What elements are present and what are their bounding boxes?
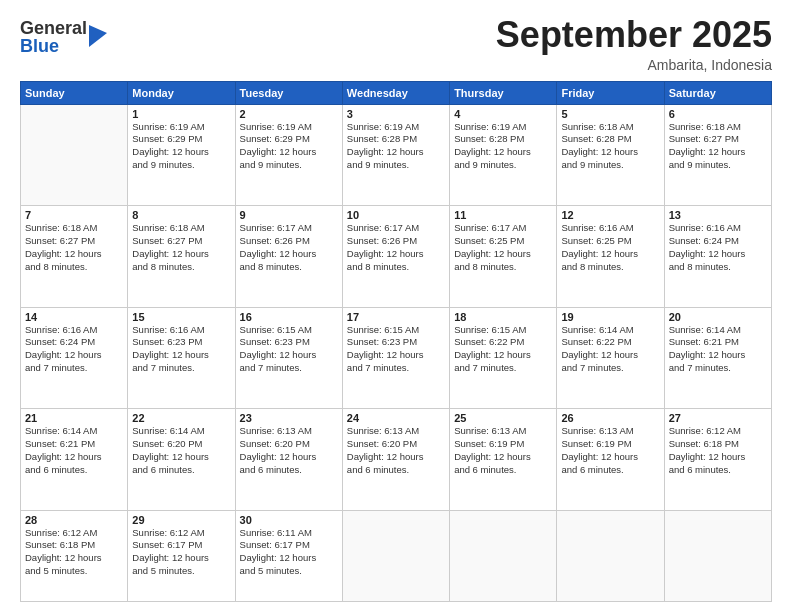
- day-number: 7: [25, 209, 123, 221]
- calendar-cell: 5Sunrise: 6:18 AMSunset: 6:28 PMDaylight…: [557, 104, 664, 206]
- day-number: 15: [132, 311, 230, 323]
- day-info: Sunrise: 6:19 AMSunset: 6:29 PMDaylight:…: [132, 121, 230, 172]
- day-number: 1: [132, 108, 230, 120]
- calendar-cell: 26Sunrise: 6:13 AMSunset: 6:19 PMDayligh…: [557, 409, 664, 511]
- day-header-thursday: Thursday: [450, 81, 557, 104]
- calendar-cell: 11Sunrise: 6:17 AMSunset: 6:25 PMDayligh…: [450, 206, 557, 308]
- calendar-cell: 7Sunrise: 6:18 AMSunset: 6:27 PMDaylight…: [21, 206, 128, 308]
- day-info: Sunrise: 6:17 AMSunset: 6:26 PMDaylight:…: [347, 222, 445, 273]
- day-number: 10: [347, 209, 445, 221]
- location: Ambarita, Indonesia: [496, 57, 772, 73]
- day-number: 3: [347, 108, 445, 120]
- day-info: Sunrise: 6:16 AMSunset: 6:24 PMDaylight:…: [25, 324, 123, 375]
- day-number: 2: [240, 108, 338, 120]
- day-info: Sunrise: 6:19 AMSunset: 6:29 PMDaylight:…: [240, 121, 338, 172]
- day-info: Sunrise: 6:16 AMSunset: 6:24 PMDaylight:…: [669, 222, 767, 273]
- header: General Blue September 2025 Ambarita, In…: [20, 15, 772, 73]
- calendar-cell: 25Sunrise: 6:13 AMSunset: 6:19 PMDayligh…: [450, 409, 557, 511]
- day-info: Sunrise: 6:12 AMSunset: 6:18 PMDaylight:…: [25, 527, 123, 578]
- day-number: 28: [25, 514, 123, 526]
- day-header-friday: Friday: [557, 81, 664, 104]
- day-info: Sunrise: 6:13 AMSunset: 6:20 PMDaylight:…: [240, 425, 338, 476]
- day-info: Sunrise: 6:12 AMSunset: 6:18 PMDaylight:…: [669, 425, 767, 476]
- day-info: Sunrise: 6:19 AMSunset: 6:28 PMDaylight:…: [347, 121, 445, 172]
- day-info: Sunrise: 6:13 AMSunset: 6:20 PMDaylight:…: [347, 425, 445, 476]
- day-number: 21: [25, 412, 123, 424]
- calendar-week-5: 28Sunrise: 6:12 AMSunset: 6:18 PMDayligh…: [21, 510, 772, 601]
- calendar-cell: 23Sunrise: 6:13 AMSunset: 6:20 PMDayligh…: [235, 409, 342, 511]
- calendar-cell: [21, 104, 128, 206]
- day-info: Sunrise: 6:16 AMSunset: 6:23 PMDaylight:…: [132, 324, 230, 375]
- day-info: Sunrise: 6:16 AMSunset: 6:25 PMDaylight:…: [561, 222, 659, 273]
- day-number: 18: [454, 311, 552, 323]
- svg-marker-0: [89, 25, 107, 47]
- day-info: Sunrise: 6:14 AMSunset: 6:20 PMDaylight:…: [132, 425, 230, 476]
- day-number: 22: [132, 412, 230, 424]
- calendar-cell: 21Sunrise: 6:14 AMSunset: 6:21 PMDayligh…: [21, 409, 128, 511]
- calendar-cell: 24Sunrise: 6:13 AMSunset: 6:20 PMDayligh…: [342, 409, 449, 511]
- logo: General Blue: [20, 19, 107, 55]
- day-info: Sunrise: 6:11 AMSunset: 6:17 PMDaylight:…: [240, 527, 338, 578]
- calendar-cell: 12Sunrise: 6:16 AMSunset: 6:25 PMDayligh…: [557, 206, 664, 308]
- day-number: 17: [347, 311, 445, 323]
- day-info: Sunrise: 6:15 AMSunset: 6:23 PMDaylight:…: [240, 324, 338, 375]
- month-title: September 2025: [496, 15, 772, 55]
- calendar-cell: 28Sunrise: 6:12 AMSunset: 6:18 PMDayligh…: [21, 510, 128, 601]
- day-header-tuesday: Tuesday: [235, 81, 342, 104]
- day-number: 14: [25, 311, 123, 323]
- page: General Blue September 2025 Ambarita, In…: [0, 0, 792, 612]
- day-number: 27: [669, 412, 767, 424]
- day-info: Sunrise: 6:14 AMSunset: 6:21 PMDaylight:…: [25, 425, 123, 476]
- day-info: Sunrise: 6:17 AMSunset: 6:25 PMDaylight:…: [454, 222, 552, 273]
- day-number: 9: [240, 209, 338, 221]
- day-info: Sunrise: 6:17 AMSunset: 6:26 PMDaylight:…: [240, 222, 338, 273]
- day-number: 11: [454, 209, 552, 221]
- calendar-cell: 9Sunrise: 6:17 AMSunset: 6:26 PMDaylight…: [235, 206, 342, 308]
- day-info: Sunrise: 6:15 AMSunset: 6:23 PMDaylight:…: [347, 324, 445, 375]
- day-info: Sunrise: 6:12 AMSunset: 6:17 PMDaylight:…: [132, 527, 230, 578]
- calendar-body: 1Sunrise: 6:19 AMSunset: 6:29 PMDaylight…: [21, 104, 772, 601]
- calendar-cell: [342, 510, 449, 601]
- day-number: 4: [454, 108, 552, 120]
- logo-text: General Blue: [20, 19, 87, 55]
- calendar-cell: 22Sunrise: 6:14 AMSunset: 6:20 PMDayligh…: [128, 409, 235, 511]
- calendar-cell: [664, 510, 771, 601]
- day-number: 24: [347, 412, 445, 424]
- days-header-row: SundayMondayTuesdayWednesdayThursdayFrid…: [21, 81, 772, 104]
- day-number: 5: [561, 108, 659, 120]
- calendar-cell: 14Sunrise: 6:16 AMSunset: 6:24 PMDayligh…: [21, 307, 128, 409]
- day-header-saturday: Saturday: [664, 81, 771, 104]
- calendar-week-3: 14Sunrise: 6:16 AMSunset: 6:24 PMDayligh…: [21, 307, 772, 409]
- day-info: Sunrise: 6:19 AMSunset: 6:28 PMDaylight:…: [454, 121, 552, 172]
- calendar-cell: [450, 510, 557, 601]
- day-number: 16: [240, 311, 338, 323]
- calendar-cell: 15Sunrise: 6:16 AMSunset: 6:23 PMDayligh…: [128, 307, 235, 409]
- day-number: 30: [240, 514, 338, 526]
- calendar-cell: 30Sunrise: 6:11 AMSunset: 6:17 PMDayligh…: [235, 510, 342, 601]
- title-section: September 2025 Ambarita, Indonesia: [496, 15, 772, 73]
- day-number: 12: [561, 209, 659, 221]
- calendar-week-4: 21Sunrise: 6:14 AMSunset: 6:21 PMDayligh…: [21, 409, 772, 511]
- day-number: 23: [240, 412, 338, 424]
- day-number: 26: [561, 412, 659, 424]
- day-header-monday: Monday: [128, 81, 235, 104]
- logo-icon: [89, 25, 107, 47]
- day-number: 8: [132, 209, 230, 221]
- calendar-cell: 20Sunrise: 6:14 AMSunset: 6:21 PMDayligh…: [664, 307, 771, 409]
- calendar-cell: 27Sunrise: 6:12 AMSunset: 6:18 PMDayligh…: [664, 409, 771, 511]
- calendar-cell: 13Sunrise: 6:16 AMSunset: 6:24 PMDayligh…: [664, 206, 771, 308]
- calendar-week-2: 7Sunrise: 6:18 AMSunset: 6:27 PMDaylight…: [21, 206, 772, 308]
- day-number: 25: [454, 412, 552, 424]
- calendar-cell: 17Sunrise: 6:15 AMSunset: 6:23 PMDayligh…: [342, 307, 449, 409]
- day-info: Sunrise: 6:18 AMSunset: 6:27 PMDaylight:…: [25, 222, 123, 273]
- day-number: 20: [669, 311, 767, 323]
- calendar-cell: 29Sunrise: 6:12 AMSunset: 6:17 PMDayligh…: [128, 510, 235, 601]
- calendar-cell: 1Sunrise: 6:19 AMSunset: 6:29 PMDaylight…: [128, 104, 235, 206]
- day-number: 6: [669, 108, 767, 120]
- day-header-wednesday: Wednesday: [342, 81, 449, 104]
- calendar-cell: 19Sunrise: 6:14 AMSunset: 6:22 PMDayligh…: [557, 307, 664, 409]
- calendar-week-1: 1Sunrise: 6:19 AMSunset: 6:29 PMDaylight…: [21, 104, 772, 206]
- calendar-cell: 2Sunrise: 6:19 AMSunset: 6:29 PMDaylight…: [235, 104, 342, 206]
- calendar-cell: 8Sunrise: 6:18 AMSunset: 6:27 PMDaylight…: [128, 206, 235, 308]
- calendar-cell: 4Sunrise: 6:19 AMSunset: 6:28 PMDaylight…: [450, 104, 557, 206]
